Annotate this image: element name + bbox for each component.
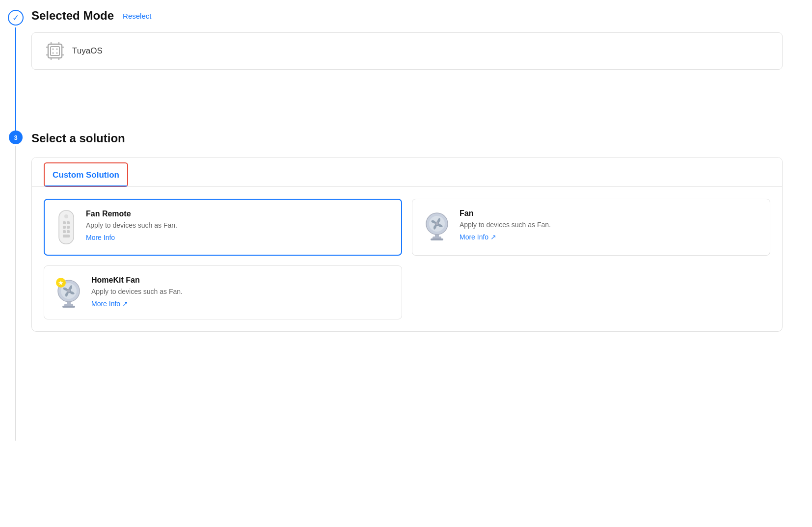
solution-tabs: Custom Solution <box>32 158 782 187</box>
fan-card[interactable]: Fan Apply to devices such as Fan. More I… <box>412 199 770 256</box>
svg-rect-16 <box>63 221 66 224</box>
svg-point-5 <box>56 53 58 54</box>
fan-icon <box>422 209 452 241</box>
svg-point-28 <box>435 222 439 226</box>
fan-remote-title: Fan Remote <box>86 210 391 218</box>
tuyaos-label: TuyaOS <box>72 46 103 56</box>
homekit-fan-icon: ★ <box>54 276 83 309</box>
svg-point-4 <box>53 53 54 54</box>
svg-point-2 <box>53 49 54 50</box>
fan-remote-icon <box>54 210 78 245</box>
reselect-link[interactable]: Reselect <box>123 12 151 20</box>
homekit-fan-body: HomeKit Fan Apply to devices such as Fan… <box>91 276 392 308</box>
svg-rect-21 <box>67 230 70 233</box>
empty-card-placeholder <box>412 265 770 319</box>
check-badge: ✓ <box>8 10 24 26</box>
svg-rect-18 <box>63 226 66 229</box>
homekit-fan-card[interactable]: ★ HomeKit Fan Apply to devices such as F… <box>44 265 402 319</box>
section1-header: Selected Mode Reselect <box>31 9 783 23</box>
svg-rect-22 <box>63 235 70 237</box>
svg-rect-30 <box>62 306 75 308</box>
homekit-fan-desc: Apply to devices such as Fan. <box>91 288 392 295</box>
fan-remote-body: Fan Remote Apply to devices such as Fan.… <box>86 210 391 242</box>
timeline-line-1 <box>15 27 16 131</box>
svg-rect-20 <box>63 230 66 233</box>
step3-badge: 3 <box>9 131 23 144</box>
svg-rect-19 <box>67 226 70 229</box>
fan-title: Fan <box>460 209 760 218</box>
fan-remote-link[interactable]: More Info <box>86 234 115 241</box>
homekit-fan-link[interactable]: More Info ↗ <box>91 300 128 308</box>
tuyaos-card: TuyaOS <box>31 32 783 70</box>
homekit-fan-title: HomeKit Fan <box>91 276 392 285</box>
svg-rect-1 <box>51 47 59 55</box>
section2-title: Select a solution <box>31 132 783 145</box>
svg-point-3 <box>56 49 58 50</box>
svg-point-15 <box>64 214 68 218</box>
fan-remote-desc: Apply to devices such as Fan. <box>86 221 391 229</box>
custom-solution-tab[interactable]: Custom Solution <box>44 162 128 187</box>
selected-mode-title: Selected Mode <box>31 9 114 23</box>
fan-link[interactable]: More Info ↗ <box>460 233 496 241</box>
timeline-line-2 <box>15 146 16 441</box>
timeline-col-2: 3 <box>0 131 31 441</box>
tuyaos-icon <box>46 42 64 60</box>
timeline-col-1: ✓ <box>0 8 31 131</box>
svg-rect-24 <box>431 238 443 240</box>
solution-cards-grid: Fan Remote Apply to devices such as Fan.… <box>32 187 782 331</box>
solution-panel: Custom Solution <box>31 157 783 332</box>
fan-desc: Apply to devices such as Fan. <box>460 221 760 229</box>
fan-remote-card[interactable]: Fan Remote Apply to devices such as Fan.… <box>44 199 402 256</box>
svg-point-34 <box>67 289 71 293</box>
svg-text:★: ★ <box>58 279 64 287</box>
fan-body: Fan Apply to devices such as Fan. More I… <box>460 209 760 241</box>
svg-rect-17 <box>67 221 70 224</box>
